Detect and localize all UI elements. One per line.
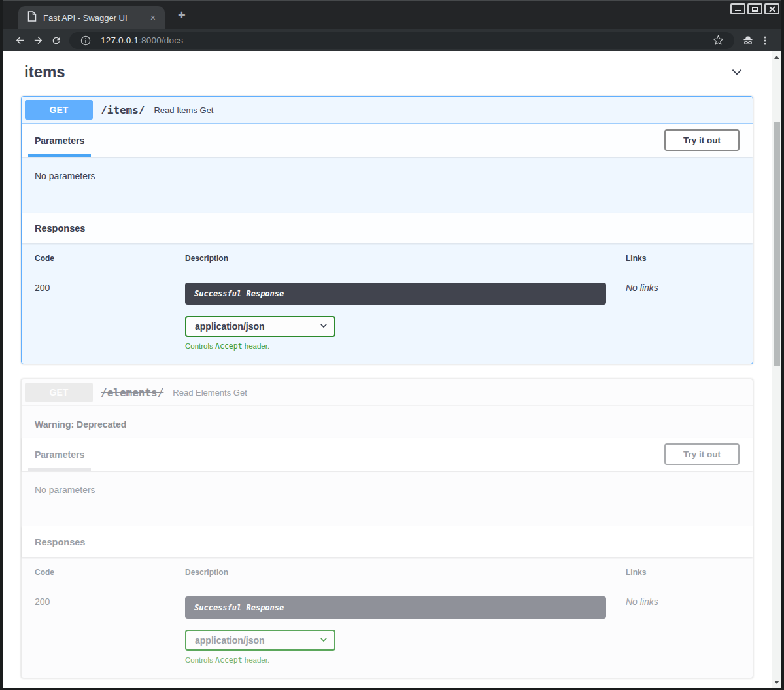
response-description-cell: Successful Response application/json Con… [185,585,626,665]
responses-title: Responses [35,223,85,233]
star-icon [713,35,724,46]
no-parameters-text: No parameters [35,485,95,495]
back-icon [14,35,26,46]
endpoint-summary: Read Items Get [151,105,213,115]
responses-table: Code Description Links 200 Successful Re… [35,243,740,351]
endpoint-path: /elements/ [93,387,170,399]
tab-parameters[interactable]: Parameters [35,438,84,471]
responses-header: Responses [22,526,753,557]
browser-window: Fast API - Swagger UI × + 127.0.0.1:8000… [0,0,784,690]
scrollbar-thumb[interactable] [774,122,780,366]
opblock-get-elements-deprecated: GET /elements/ Read Elements Get Warning… [21,379,753,678]
page-favicon-icon [27,11,37,24]
response-description: Successful Response [185,283,606,305]
accept-header-note: Controls Accept header. [185,655,606,664]
no-parameters-text: No parameters [35,171,95,181]
response-row: 200 Successful Response application/json [35,271,740,351]
accept-note-prefix: Controls [185,342,215,350]
endpoint-path: /items/ [93,104,151,116]
forward-button[interactable] [29,32,47,49]
column-header-code: Code [35,243,185,271]
url-text: 127.0.0.1:8000/docs [101,35,183,45]
new-tab-button[interactable]: + [174,8,190,23]
accept-note-suffix: header. [243,342,270,350]
browser-tab[interactable]: Fast API - Swagger UI × [18,6,165,29]
response-description: Successful Response [185,596,606,619]
scroll-up-icon [774,56,779,59]
browser-menu-button[interactable] [757,32,774,49]
column-header-code: Code [35,557,185,585]
close-icon [769,6,775,12]
response-code: 200 [35,585,185,665]
window-controls [730,3,779,14]
responses-table: Code Description Links 200 Successful Re… [35,557,740,664]
tryout-wrap: Try it out [664,438,740,471]
back-button[interactable] [10,32,29,49]
parameters-body: No parameters [22,471,753,526]
media-type-select-wrap: application/json [185,316,335,337]
accept-note-mono: Accept [215,655,243,664]
chevron-down-icon[interactable] [730,65,744,79]
parameters-body: No parameters [22,157,753,213]
accept-note-suffix: header. [243,656,270,664]
url-path: :8000/docs [139,35,183,45]
tab-close-icon[interactable]: × [148,12,158,24]
media-type-select[interactable]: application/json [185,630,335,651]
deprecated-warning: Warning: Deprecated [22,406,753,438]
maximize-icon [752,7,758,12]
page-content: items GET /items/ Read Items Get Paramet… [3,51,772,688]
url-host: 127.0.0.1 [101,35,139,45]
close-button[interactable] [764,3,779,14]
bookmark-button[interactable] [709,32,726,49]
endpoint-summary: Read Elements Get [170,388,247,398]
column-header-description: Description [185,243,626,271]
tab-title: Fast API - Swagger UI [43,13,148,23]
column-header-links: Links [626,557,740,585]
accept-note-mono: Accept [215,341,243,351]
site-info-button[interactable] [77,32,94,49]
try-it-out-button[interactable]: Try it out [664,443,740,465]
accept-header-note: Controls Accept header. [185,341,606,351]
tab-parameters[interactable]: Parameters [35,124,84,157]
tag-title: items [24,63,65,81]
media-type-select[interactable]: application/json [185,316,335,337]
swagger-ui: items GET /items/ Read Items Get Paramet… [3,51,772,678]
method-badge: GET [25,383,93,402]
minimize-button[interactable] [730,3,745,14]
media-type-select-wrap: application/json [185,630,335,651]
incognito-icon [740,32,757,49]
scroll-down-icon [774,681,779,684]
kebab-menu-icon [760,35,770,46]
column-header-links: Links [626,243,740,271]
opblock-summary[interactable]: GET /items/ Read Items Get [22,97,753,124]
try-it-out-button[interactable]: Try it out [664,129,740,151]
address-bar[interactable]: 127.0.0.1:8000/docs [69,32,734,49]
tab-bar: Fast API - Swagger UI × + [3,0,781,29]
scroll-down-button[interactable] [772,678,781,687]
accept-note-prefix: Controls [185,656,215,664]
response-links: No links [626,271,740,351]
forward-icon [33,35,44,46]
opblock-get-items: GET /items/ Read Items Get Parameters Tr… [21,96,753,364]
responses-body: Code Description Links 200 Successful Re… [22,243,753,364]
response-code: 200 [35,271,185,351]
tag-section-header-items[interactable]: items [16,60,757,88]
maximize-button[interactable] [747,3,762,14]
parameters-header: Parameters Try it out [22,438,753,471]
reload-icon [51,35,61,46]
responses-body: Code Description Links 200 Successful Re… [22,557,753,678]
method-badge: GET [25,100,93,120]
scroll-up-button[interactable] [772,52,781,61]
opblock-summary[interactable]: GET /elements/ Read Elements Get [22,379,753,406]
responses-title: Responses [35,537,85,547]
column-header-description: Description [185,557,626,585]
tryout-wrap: Try it out [664,124,740,157]
browser-toolbar: 127.0.0.1:8000/docs [3,29,781,51]
response-row: 200 Successful Response application/json [35,585,740,665]
vertical-scrollbar[interactable] [772,51,781,688]
minimize-icon [735,10,741,11]
response-links: No links [626,585,740,665]
responses-header: Responses [22,213,753,243]
reload-button[interactable] [47,32,65,49]
response-description-cell: Successful Response application/json Con… [185,271,626,351]
